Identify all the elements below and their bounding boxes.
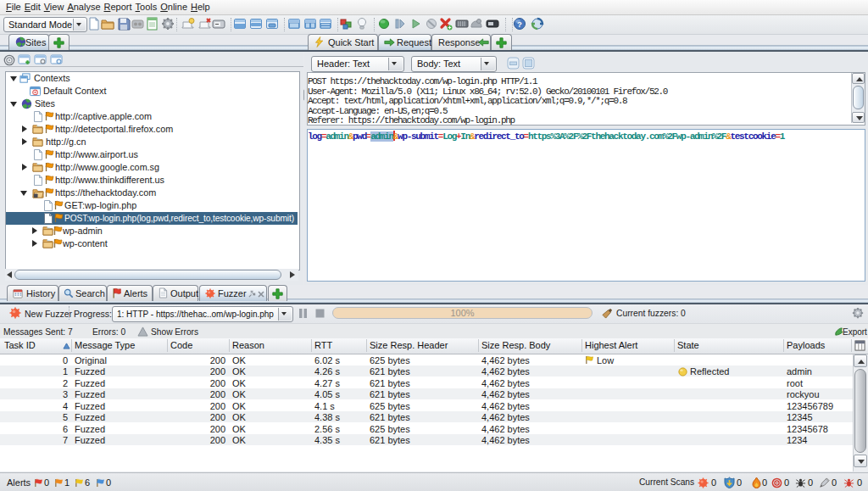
svg-text:?: ? bbox=[517, 20, 522, 29]
